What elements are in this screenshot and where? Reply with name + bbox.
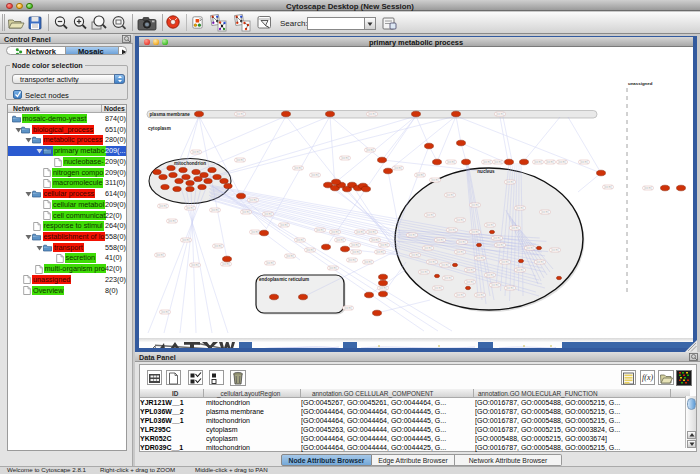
svg-text:[xx m]: [xx m] [182,238,190,242]
svg-text:[xx m]: [xx m] [526,246,534,250]
svg-text:[xx m]: [xx m] [251,230,259,234]
svg-text:[xx m]: [xx m] [506,286,514,290]
svg-text:[xx m]: [xx m] [379,286,387,290]
svg-text:[xx m]: [xx m] [441,263,449,267]
svg-text:[xx m]: [xx m] [236,112,244,116]
svg-text:[xx m]: [xx m] [156,253,164,257]
svg-text:[xx m]: [xx m] [483,160,491,164]
svg-text:[xx m]: [xx m] [496,112,504,116]
svg-text:[xx m]: [xx m] [466,280,474,284]
svg-text:[xx m]: [xx m] [447,160,455,164]
svg-text:[xx m]: [xx m] [494,160,502,164]
svg-text:[xx m]: [xx m] [551,248,559,252]
svg-text:[xx m]: [xx m] [266,261,274,265]
svg-text:[xx m]: [xx m] [161,310,169,314]
svg-text:[xx m]: [xx m] [394,166,402,170]
svg-text:[xx m]: [xx m] [536,260,544,264]
svg-text:[xx m]: [xx m] [420,270,428,274]
svg-text:[xx m]: [xx m] [348,258,356,262]
svg-text:[xx m]: [xx m] [436,238,444,242]
svg-text:[xx m]: [xx m] [416,173,424,177]
svg-text:[xx m]: [xx m] [306,248,314,252]
svg-text:plasma membrane: plasma membrane [150,112,191,117]
svg-text:[xx m]: [xx m] [351,243,359,247]
svg-text:[xx m]: [xx m] [236,158,244,162]
svg-text:[xx m]: [xx m] [311,173,319,177]
svg-text:[xx m]: [xx m] [341,156,349,160]
svg-text:[xx m]: [xx m] [408,233,416,237]
svg-text:[xx m]: [xx m] [511,226,519,230]
svg-text:[xx m]: [xx m] [476,293,484,297]
svg-text:[xx m]: [xx m] [506,180,514,184]
svg-text:[xx m]: [xx m] [604,185,612,189]
svg-text:[xx m]: [xx m] [471,230,479,234]
svg-text:[xx m]: [xx m] [496,243,504,247]
svg-text:[xx m]: [xx m] [331,230,339,234]
svg-text:[xx m]: [xx m] [493,236,501,240]
svg-text:[xx m]: [xx m] [491,283,499,287]
svg-text:[xx m]: [xx m] [186,206,194,210]
svg-text:[xx m]: [xx m] [366,148,374,152]
svg-text:[xx m]: [xx m] [294,166,302,170]
svg-text:[xx m]: [xx m] [364,260,372,264]
svg-text:[xx m]: [xx m] [280,223,288,227]
svg-text:[xx m]: [xx m] [516,268,524,272]
svg-text:[xx m]: [xx m] [286,254,294,258]
svg-text:[xx m]: [xx m] [371,238,379,242]
svg-text:[xx m]: [xx m] [424,246,432,250]
svg-text:[xx m]: [xx m] [466,268,474,272]
svg-text:endoplasmic reticulum: endoplasmic reticulum [259,277,309,282]
svg-text:cytoplasm: cytoplasm [148,126,171,131]
svg-text:[xx m]: [xx m] [516,206,524,210]
svg-text:[xx m]: [xx m] [249,198,257,202]
svg-text:[xx m]: [xx m] [456,293,464,297]
svg-text:[xx m]: [xx m] [476,256,484,260]
svg-text:[xx m]: [xx m] [558,160,566,164]
svg-text:[xx m]: [xx m] [456,250,464,254]
svg-text:[xx m]: [xx m] [159,204,167,208]
svg-text:[xx m]: [xx m] [434,286,442,290]
svg-text:[xx m]: [xx m] [446,193,454,197]
svg-text:[xx m]: [xx m] [541,210,549,214]
svg-text:[xx m]: [xx m] [644,186,652,190]
svg-text:[xx m]: [xx m] [344,306,352,310]
svg-text:[xx m]: [xx m] [431,178,439,182]
svg-text:[xx m]: [xx m] [222,262,230,266]
svg-text:[xx m]: [xx m] [471,203,479,207]
svg-text:[xx m]: [xx m] [456,218,464,222]
svg-text:[xx m]: [xx m] [368,230,376,234]
svg-text:[xx m]: [xx m] [168,219,176,223]
svg-text:[xx m]: [xx m] [580,160,588,164]
svg-text:[xx m]: [xx m] [191,263,199,267]
svg-text:[xx m]: [xx m] [376,250,384,254]
svg-text:[xx m]: [xx m] [211,208,219,212]
svg-text:[xx m]: [xx m] [316,228,324,232]
svg-text:[xx m]: [xx m] [242,210,250,214]
svg-text:[xx m]: [xx m] [448,228,456,232]
svg-text:[xx m]: [xx m] [444,276,452,280]
svg-text:[xx m]: [xx m] [336,238,344,242]
svg-text:[xx m]: [xx m] [380,243,388,247]
svg-text:[xx m]: [xx m] [458,240,466,244]
svg-text:[xx m]: [xx m] [486,223,494,227]
svg-text:[xx m]: [xx m] [329,266,337,270]
svg-text:[xx m]: [xx m] [534,160,542,164]
svg-text:[xx m]: [xx m] [296,238,304,242]
svg-text:[xx m]: [xx m] [192,150,200,154]
svg-text:[xx m]: [xx m] [368,112,376,116]
svg-text:[xx m]: [xx m] [486,273,494,277]
svg-text:[xx m]: [xx m] [428,260,436,264]
svg-text:[xx m]: [xx m] [214,244,222,248]
svg-text:[xx m]: [xx m] [352,250,360,254]
svg-text:[xx m]: [xx m] [411,253,419,257]
svg-text:[xx m]: [xx m] [546,160,554,164]
svg-text:[xx m]: [xx m] [356,230,364,234]
svg-text:unassigned: unassigned [628,81,653,86]
svg-text:[xx m]: [xx m] [426,213,434,217]
svg-text:[xx m]: [xx m] [264,212,272,216]
svg-text:[xx m]: [xx m] [501,260,509,264]
